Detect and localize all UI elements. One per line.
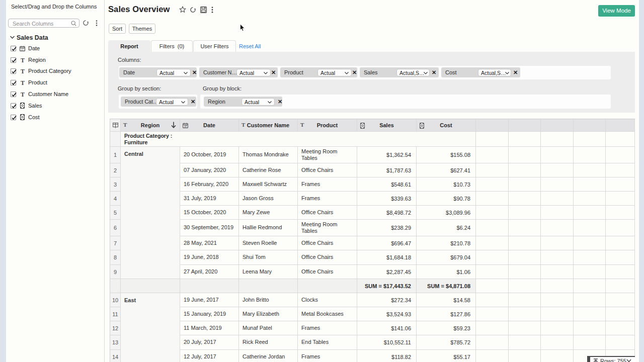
svg-text:17: 17 <box>21 48 24 51</box>
svg-text:17: 17 <box>184 125 187 128</box>
